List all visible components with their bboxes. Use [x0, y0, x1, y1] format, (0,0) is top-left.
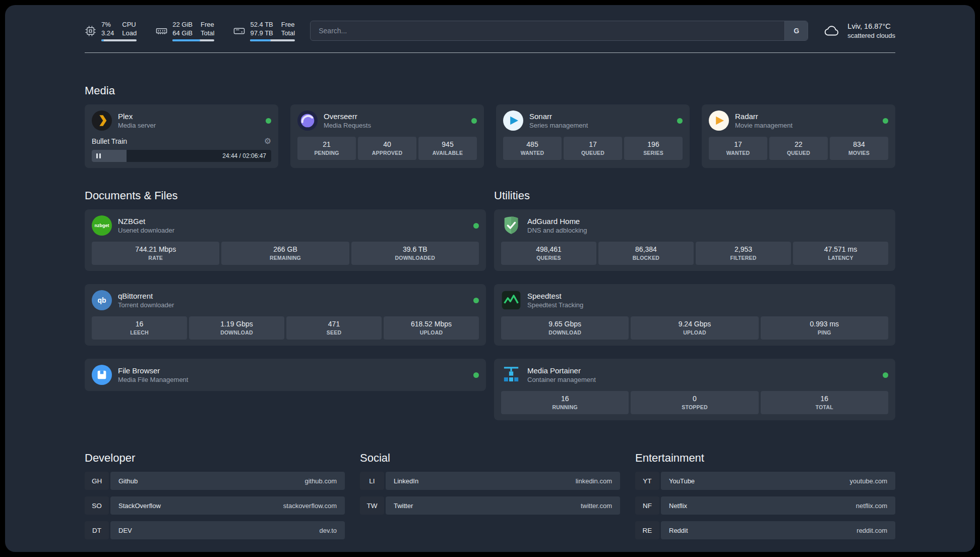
app-name: Radarr [735, 112, 792, 121]
status-dot [883, 118, 888, 124]
plex-icon [92, 110, 112, 131]
app-card-portainer[interactable]: Media Portainer Container management 16 … [494, 359, 895, 420]
bookmark-name: Github [118, 477, 138, 485]
ram-metric-body: 22 GiB 64 GiB Free Total [172, 20, 214, 41]
bookmark-netflix[interactable]: NF Netflix netflix.com [635, 496, 895, 515]
search-input[interactable] [311, 21, 784, 40]
section-media: Media Plex Media server [85, 84, 895, 168]
bookmark-url: reddit.com [856, 527, 887, 534]
app-card-sonarr[interactable]: Sonarr Series management 485 WANTED 17 Q… [496, 104, 690, 168]
bookmark-abbr: NF [635, 496, 659, 515]
stat-downloaded: 39.6 TB DOWNLOADED [351, 242, 479, 265]
bookmark-abbr: DT [85, 521, 109, 539]
pause-button[interactable] [92, 153, 105, 158]
bookmark-url: twitter.com [581, 502, 612, 510]
bookmark-url: github.com [304, 477, 337, 485]
status-dot [677, 118, 683, 124]
dashboard: 7% 3.24 CPU Load [5, 5, 975, 552]
stat-queries: 498,461 QUERIES [501, 242, 596, 265]
app-name: qBittorrent [118, 292, 174, 300]
cloud-icon [823, 24, 841, 37]
weather-location: Lviv, 16.87°C [847, 22, 895, 30]
bookmark-url: dev.to [320, 527, 337, 534]
bookmark-twitter[interactable]: TW Twitter twitter.com [360, 496, 620, 515]
bookmark-name: DEV [118, 527, 132, 534]
gear-icon[interactable]: ⚙ [264, 137, 271, 145]
bookmark-abbr: RE [635, 521, 659, 539]
app-card-plex[interactable]: Plex Media server Bullet Train ⚙ 24:44 /… [85, 104, 278, 168]
bookmark-linkedin[interactable]: LI LinkedIn linkedin.com [360, 472, 620, 490]
disk-free-value: 52.4 TB [250, 20, 273, 29]
sonarr-icon [503, 110, 523, 131]
app-card-filebrowser[interactable]: File Browser Media File Management [85, 359, 486, 391]
stat-remaining: 266 GB REMAINING [221, 242, 349, 265]
stat-total: 16 TOTAL [761, 391, 888, 414]
ram-total-label: Total [201, 29, 214, 37]
bookmark-youtube[interactable]: YT YouTube youtube.com [635, 472, 895, 490]
app-card-overseerr[interactable]: Overseerr Media Requests 21 PENDING 40 A… [290, 104, 484, 168]
search-bar[interactable]: G [310, 21, 808, 41]
playback-progress-bar[interactable]: 24:44 / 02:06:47 [92, 150, 271, 162]
stat-ping: 0.993 ms PING [761, 316, 888, 340]
cpu-load-label: Load [122, 29, 137, 37]
stat-queued: 17 QUEUED [564, 137, 622, 160]
status-dot [473, 372, 479, 378]
app-name: Speedtest [527, 292, 583, 300]
search-engine-button[interactable]: G [784, 21, 808, 40]
ram-icon [156, 25, 167, 37]
stat-stopped: 0 STOPPED [631, 391, 758, 414]
section-title-utilities: Utilities [494, 189, 895, 202]
app-card-radarr[interactable]: Radarr Movie management 17 WANTED 22 QUE… [702, 104, 895, 168]
app-desc: Media server [118, 122, 156, 129]
bookmark-abbr: YT [635, 472, 659, 490]
stat-wanted: 17 WANTED [709, 137, 767, 160]
app-name: AdGuard Home [527, 217, 587, 226]
bookmark-stackoverflow[interactable]: SO StackOverflow stackoverflow.com [85, 496, 345, 515]
bookmark-url: netflix.com [856, 502, 887, 510]
stat-blocked: 86,384 BLOCKED [598, 242, 694, 265]
bookmark-name: Twitter [394, 502, 413, 510]
cpu-icon [85, 25, 96, 37]
app-card-nzbget[interactable]: nzbget NZBGet Usenet downloader 744.21 M… [85, 209, 486, 271]
filebrowser-icon [92, 365, 112, 385]
disk-icon [233, 25, 245, 37]
app-name: NZBGet [118, 217, 174, 226]
bookmark-github[interactable]: GH Github github.com [85, 472, 345, 490]
system-metrics: 7% 3.24 CPU Load [85, 20, 295, 41]
section-documents: Documents & Files nzbget NZBGet Usenet d… [85, 189, 486, 420]
disk-metric: 52.4 TB 97.9 TB Free Total [233, 20, 295, 41]
speedtest-icon [501, 290, 521, 310]
section-title-social: Social [360, 452, 620, 465]
bookmark-dev[interactable]: DT DEV dev.to [85, 521, 345, 539]
overseerr-icon [297, 110, 318, 131]
app-desc: Media Requests [324, 122, 371, 129]
stat-queued: 22 QUEUED [769, 137, 828, 160]
app-desc: DNS and adblocking [527, 227, 587, 234]
app-card-qbittorrent[interactable]: qb qBittorrent Torrent downloader 16 LEE… [85, 284, 486, 346]
bookmark-abbr: SO [85, 496, 109, 515]
app-desc: Movie management [735, 122, 792, 129]
bookmark-abbr: TW [360, 496, 384, 515]
stat-upload: 618.52 Mbps UPLOAD [384, 316, 479, 340]
bookmark-reddit[interactable]: RE Reddit reddit.com [635, 521, 895, 539]
cpu-metric: 7% 3.24 CPU Load [85, 20, 137, 41]
app-name: Overseerr [324, 112, 371, 121]
stat-seed: 471 SEED [286, 316, 382, 340]
weather-widget[interactable]: Lviv, 16.87°C scattered clouds [823, 22, 895, 39]
app-name: File Browser [118, 366, 188, 375]
app-desc: Series management [529, 122, 588, 129]
app-name: Media Portainer [527, 366, 596, 375]
app-desc: Torrent downloader [118, 301, 174, 309]
app-card-speedtest[interactable]: Speedtest Speedtest Tracking 9.65 Gbps D… [494, 284, 895, 346]
stat-download: 9.65 Gbps DOWNLOAD [501, 316, 629, 340]
cpu-percent: 7% [101, 20, 114, 29]
bookmark-url: linkedin.com [576, 477, 612, 485]
cpu-usage-bar [101, 39, 137, 41]
bookmark-group-social: Social LI LinkedIn linkedin.com TW Twitt… [360, 452, 620, 539]
stat-available: 945 AVAILABLE [418, 137, 477, 160]
app-card-adguard[interactable]: AdGuard Home DNS and adblocking 498,461 … [494, 209, 895, 271]
stat-approved: 40 APPROVED [358, 137, 416, 160]
bookmark-name: LinkedIn [394, 477, 418, 485]
ram-usage-bar [172, 39, 214, 41]
section-utilities: Utilities AdGuard Home [494, 189, 895, 420]
